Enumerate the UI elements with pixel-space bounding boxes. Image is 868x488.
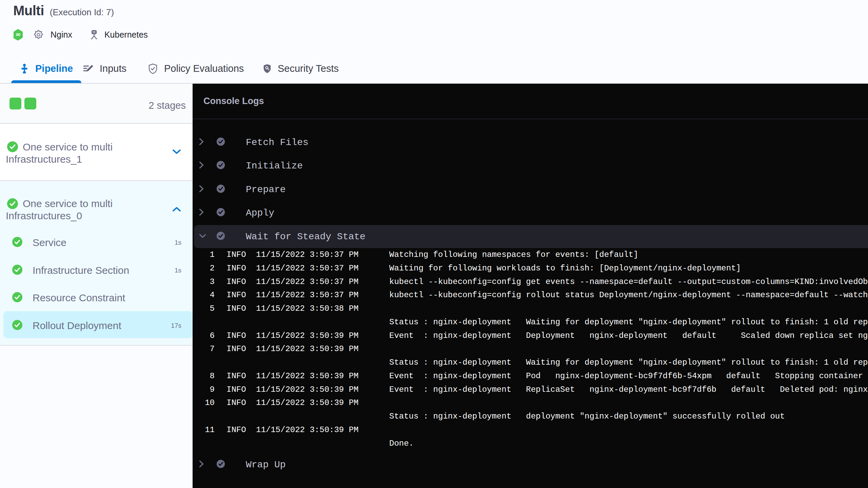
step-item-rollout-deployment[interactable]: Rollout Deployment17s (0, 312, 193, 339)
stage-status-square (24, 98, 36, 109)
log-message: Event : nginx-deployment Deployment ngin… (389, 331, 868, 340)
chevron-down-icon[interactable] (172, 149, 181, 156)
stage-sidebar: 2 stages One service to multiInfrastruct… (0, 84, 193, 488)
stage-status-squares (9, 98, 36, 109)
console-step-fetch-files[interactable]: Fetch Files (193, 130, 868, 154)
chevron-down-icon[interactable] (199, 233, 206, 240)
log-message: Status : nginx-deployment deployment "ng… (389, 412, 785, 421)
step-status-icon (216, 208, 225, 218)
log-line-number: 6 (193, 331, 215, 340)
log-level: INFO (226, 277, 246, 286)
log-line-number: 5 (193, 304, 215, 313)
console-step-wrap-up[interactable]: Wrap Up (193, 453, 868, 476)
log-timestamp: 11/15/2022 3:50:38 PM (256, 304, 358, 313)
log-line-3: 3INFO11/15/2022 3:50:37 PMkubectl --kube… (193, 275, 868, 288)
log-level: INFO (226, 344, 246, 353)
log-message: Waiting for following workloads to finis… (389, 264, 741, 273)
tab-policy-evaluations[interactable]: Policy Evaluations (139, 54, 252, 83)
step-success-icon (12, 320, 22, 331)
log-line-number: 3 (193, 277, 215, 286)
step-item-infrastructure-section[interactable]: Infrastructure Section1s (0, 257, 193, 284)
log-level: INFO (226, 425, 246, 434)
step-duration: 1s (175, 239, 181, 246)
console-step-wait-for-steady-state[interactable]: Wait for Steady State (193, 225, 868, 248)
log-message: kubectl --kubeconfig=config get events -… (389, 277, 868, 286)
step-name: Infrastructure Section (33, 265, 129, 276)
log-message: Event : nginx-deployment ReplicaSet ngin… (389, 385, 868, 394)
stage-item-infrastructures-0[interactable]: One service to multiInfrastructures_0 Se… (0, 181, 193, 346)
log-line-13: Status : nginx-deployment deployment "ng… (193, 409, 868, 423)
stage-item-infrastructures-1[interactable]: One service to multiInfrastructures_1 (0, 124, 193, 181)
log-line-4: 4INFO11/15/2022 3:50:37 PMkubectl --kube… (193, 288, 868, 302)
log-timestamp: 11/15/2022 3:50:39 PM (256, 385, 358, 394)
chevron-right-icon[interactable] (199, 138, 204, 147)
step-status-icon (216, 460, 225, 470)
step-name: Service (33, 237, 66, 248)
log-line-number: 8 (193, 371, 215, 381)
step-name: Resource Constraint (33, 292, 125, 304)
chevron-right-icon[interactable] (199, 208, 204, 218)
log-line-11: 9INFO11/15/2022 3:50:39 PMEvent : nginx-… (193, 383, 868, 396)
log-line-14: 11INFO11/15/2022 3:50:39 PM (193, 423, 868, 436)
log-message: Event : nginx-deployment Pod nginx-deplo… (389, 371, 868, 381)
log-line-9: Status : nginx-deployment Waiting for de… (193, 355, 868, 369)
log-timestamp: 11/15/2022 3:50:37 PM (256, 277, 358, 286)
step-success-icon (12, 237, 22, 248)
log-timestamp: 11/15/2022 3:50:37 PM (256, 264, 358, 273)
log-level: INFO (226, 398, 246, 407)
log-line-7: 6INFO11/15/2022 3:50:39 PMEvent : nginx-… (193, 329, 868, 342)
step-duration: 17s (171, 322, 181, 329)
chevron-right-icon[interactable] (199, 185, 204, 195)
step-success-icon (12, 292, 22, 304)
log-message: Status : nginx-deployment Waiting for de… (389, 358, 868, 367)
console-panel: Console Logs Fetch FilesInitializePrepar… (193, 84, 868, 488)
log-timestamp: 11/15/2022 3:50:37 PM (256, 250, 358, 259)
policy-evaluations-icon (148, 63, 158, 74)
stage-status-square (9, 98, 21, 109)
log-level: INFO (226, 331, 246, 340)
console-step-name: Fetch Files (246, 137, 309, 148)
log-level: INFO (226, 371, 246, 381)
tab-pipeline[interactable]: Pipeline (11, 54, 81, 83)
tab-inputs[interactable]: Inputs (74, 54, 135, 83)
console-step-initialize[interactable]: Initialize (193, 154, 868, 178)
log-line-number: 1 (193, 250, 215, 259)
step-status-icon (216, 137, 225, 147)
log-line-10: 8INFO11/15/2022 3:50:39 PMEvent : nginx-… (193, 369, 868, 383)
stage-count-label: 2 stages (149, 100, 186, 111)
log-message: Status : nginx-deployment Waiting for de… (389, 318, 868, 327)
log-timestamp: 11/15/2022 3:50:39 PM (256, 425, 358, 434)
step-name: Rollout Deployment (33, 320, 121, 331)
active-tab-underline (11, 80, 81, 83)
inputs-icon (82, 64, 94, 74)
step-item-service[interactable]: Service1s (0, 229, 193, 256)
log-line-number: 9 (193, 385, 215, 394)
console-step-name: Apply (246, 208, 274, 218)
chevron-right-icon[interactable] (199, 161, 204, 171)
log-level: INFO (226, 385, 246, 394)
log-message: Done. (389, 439, 414, 448)
stage-summary-header: 2 stages (0, 84, 193, 124)
chevron-right-icon[interactable] (199, 460, 204, 470)
log-timestamp: 11/15/2022 3:50:37 PM (256, 290, 358, 300)
tab-security-tests[interactable]: Security Tests (254, 54, 347, 83)
console-step-apply[interactable]: Apply (193, 201, 868, 225)
log-level: INFO (226, 250, 246, 259)
step-success-icon (12, 265, 22, 276)
step-status-icon (216, 184, 225, 195)
console-step-name: Initialize (246, 161, 303, 171)
log-line-15: Done. (193, 436, 868, 450)
console-step-name: Wait for Steady State (246, 231, 366, 242)
log-level: INFO (226, 264, 246, 273)
chevron-up-icon[interactable] (172, 206, 181, 213)
log-line-number: 4 (193, 290, 215, 300)
log-line-number: 2 (193, 264, 215, 273)
tab-bar: PipelineInputsPolicy EvaluationsSecurity… (0, 0, 868, 84)
log-line-6: Status : nginx-deployment Waiting for de… (193, 315, 868, 329)
log-timestamp: 11/15/2022 3:50:39 PM (256, 398, 358, 407)
step-duration: 1s (175, 267, 181, 274)
step-item-resource-constraint[interactable]: Resource Constraint (0, 284, 193, 311)
console-step-prepare[interactable]: Prepare (193, 178, 868, 201)
step-status-icon (216, 231, 225, 242)
page-header: Multi (Execution Id: 7) ∞NginxKubernetes… (0, 0, 868, 84)
